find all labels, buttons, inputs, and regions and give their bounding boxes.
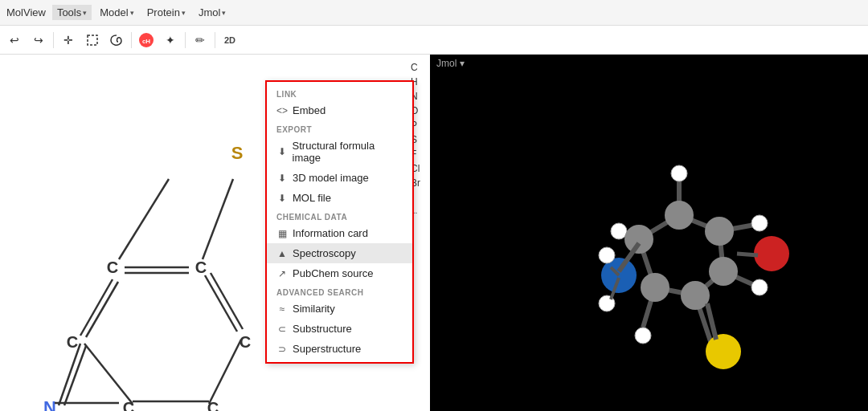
embed-menu-item[interactable]: <> Embed — [267, 100, 412, 120]
svg-point-37 — [665, 201, 694, 230]
atom-n-label: N — [43, 397, 56, 411]
move-tool[interactable]: ✛ — [57, 29, 80, 51]
atom-c4-label: C — [240, 333, 251, 351]
information-card-item[interactable]: ▦ Information card — [267, 223, 412, 243]
information-card-label: Information card — [293, 227, 368, 239]
structural-formula-image-label: Structural formula image — [293, 140, 403, 164]
chemical-data-section-label: CHEMICAL DATA — [267, 208, 412, 223]
spectroscopy-item[interactable]: ▲ Spectroscopy — [267, 243, 412, 263]
main-content: S C C C C C C — [0, 55, 868, 411]
separator-2 — [131, 32, 132, 48]
jmol-menu-label: Jmol — [199, 6, 220, 18]
pubchem-source-item[interactable]: ↗ PubChem source — [267, 263, 412, 283]
element-c[interactable]: C — [409, 61, 427, 74]
select-lasso-tool[interactable] — [105, 29, 128, 51]
toolbar: ↩ ↪ ✛ cH ✦ ✏ 2D — [0, 26, 868, 55]
topbar-dropdown-model[interactable]: Model ▾ — [95, 5, 138, 20]
substructure-item[interactable]: ⊂ Substructure — [267, 319, 412, 339]
3d-model-download-icon: ⬇ — [276, 173, 288, 184]
lasso-icon — [110, 34, 123, 47]
undo-button[interactable]: ↩ — [3, 29, 26, 51]
atom-c1-label: C — [107, 258, 118, 276]
svg-point-49 — [599, 247, 615, 263]
svg-rect-0 — [88, 35, 97, 45]
3d-model-image-item[interactable]: ⬇ 3D model image — [267, 168, 412, 188]
advanced-search-section-label: ADVANCED SEARCH — [267, 283, 412, 299]
information-card-icon: ▦ — [276, 228, 288, 239]
separator-4 — [215, 32, 215, 48]
atom-c5-label: C — [123, 399, 134, 411]
svg-point-34 — [635, 328, 651, 344]
mol-file-label: MOL file — [293, 192, 331, 204]
substructure-icon: ⊂ — [276, 324, 288, 335]
jmol-chevron-icon: ▾ — [222, 9, 226, 17]
redo-button[interactable]: ↪ — [27, 29, 50, 51]
structural-formula-image-item[interactable]: ⬇ Structural formula image — [267, 136, 412, 168]
spectroscopy-label: Spectroscopy — [293, 247, 356, 259]
similarity-label: Similarity — [293, 303, 335, 315]
model-chevron-icon: ▾ — [130, 9, 134, 17]
similarity-item[interactable]: ≈ Similarity — [267, 299, 412, 319]
atom-c6-label: C — [207, 399, 219, 411]
svg-point-46 — [706, 334, 741, 369]
tools-menu-label: Tools — [57, 6, 81, 18]
svg-point-36 — [624, 225, 653, 254]
protein-menu-label: Protein — [147, 6, 180, 18]
export-section-label: EXPORT — [267, 120, 412, 136]
atom-paint-icon: cH — [137, 31, 155, 49]
mode-2d-button[interactable]: 2D — [219, 29, 241, 51]
svg-point-38 — [705, 217, 734, 246]
topbar: MolView Tools ▾ Model ▾ Protein ▾ Jmol ▾ — [0, 0, 868, 26]
svg-point-39 — [709, 257, 738, 286]
superstructure-icon: ⊃ — [276, 344, 288, 355]
mol-file-download-icon: ⬇ — [276, 193, 288, 204]
select-rect-tool[interactable] — [81, 29, 104, 51]
3d-model-image-label: 3D model image — [293, 172, 369, 184]
substructure-label: Substructure — [293, 323, 352, 335]
svg-point-35 — [611, 223, 627, 239]
topbar-dropdown-tools[interactable]: Tools ▾ — [52, 5, 92, 20]
svg-point-44 — [754, 236, 789, 271]
svg-point-32 — [751, 215, 768, 231]
superstructure-item[interactable]: ⊃ Superstructure — [267, 339, 412, 359]
atom-c2-label: C — [195, 258, 207, 276]
svg-point-31 — [671, 165, 687, 181]
topbar-dropdown-protein[interactable]: Protein ▾ — [142, 5, 190, 20]
embed-label: Embed — [293, 104, 326, 116]
star-tool[interactable]: ✦ — [159, 29, 182, 51]
mol-file-item[interactable]: ⬇ MOL file — [267, 188, 412, 208]
svg-line-45 — [737, 254, 758, 255]
similarity-icon: ≈ — [276, 303, 288, 315]
separator-1 — [53, 32, 54, 48]
atom-paint-tool[interactable]: cH — [135, 29, 158, 51]
topbar-dropdown-jmol[interactable]: Jmol ▾ — [194, 5, 231, 20]
embed-icon: <> — [276, 105, 288, 116]
protein-chevron-icon: ▾ — [182, 9, 186, 17]
right-panel-3d[interactable]: Jmol ▾ — [430, 55, 868, 411]
superstructure-label: Superstructure — [293, 343, 361, 355]
erase-tool[interactable]: ✏ — [189, 29, 211, 51]
separator-3 — [185, 32, 186, 48]
svg-point-41 — [641, 273, 669, 302]
tools-chevron-icon: ▾ — [83, 9, 87, 17]
molecule-3d-view — [430, 55, 868, 411]
structural-formula-download-icon: ⬇ — [276, 146, 288, 157]
pubchem-source-label: PubChem source — [293, 267, 373, 279]
pubchem-source-icon: ↗ — [276, 268, 288, 279]
atom-s-label: S — [231, 143, 244, 163]
link-section-label: LINK — [267, 85, 412, 100]
jmol-label[interactable]: Jmol ▾ — [436, 58, 465, 69]
model-menu-label: Model — [100, 6, 128, 18]
atom-c3-label: C — [67, 333, 78, 351]
svg-text:cH: cH — [142, 38, 150, 45]
spectroscopy-icon: ▲ — [276, 248, 288, 259]
select-rect-icon — [86, 34, 99, 47]
svg-point-33 — [751, 279, 768, 295]
tools-dropdown-menu: LINK <> Embed EXPORT ⬇ Structural formul… — [265, 80, 414, 364]
topbar-title: MolView — [6, 6, 46, 18]
